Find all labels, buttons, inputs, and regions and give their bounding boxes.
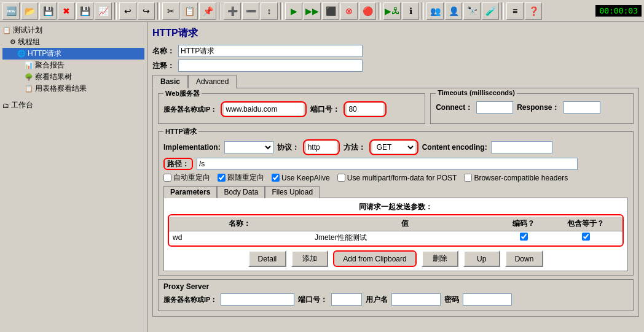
- tree-item-thread-group[interactable]: ⚙ 线程组: [2, 36, 144, 48]
- open-button[interactable]: 📂: [21, 2, 38, 20]
- cut-button[interactable]: ✂: [162, 2, 179, 20]
- param-name-input-0[interactable]: [171, 233, 308, 242]
- arrow-button[interactable]: ↕: [261, 2, 278, 20]
- list-button[interactable]: ≡: [506, 2, 524, 20]
- header-encode: 编码？: [498, 218, 549, 229]
- undo-button[interactable]: ↩: [119, 2, 136, 20]
- port-input[interactable]: [347, 103, 383, 115]
- remove-button[interactable]: ➖: [242, 2, 259, 20]
- binoculars-button[interactable]: 🔭: [463, 2, 481, 20]
- sub-tab-files-upload[interactable]: Files Upload: [265, 186, 320, 198]
- proxy-password-input[interactable]: [463, 293, 512, 306]
- sub-tab-body-data[interactable]: Body Data: [217, 186, 265, 198]
- save-button[interactable]: 💾: [39, 2, 57, 20]
- sep5: [379, 2, 381, 20]
- timeouts-row: Connect： Response：: [436, 101, 628, 114]
- detail-button[interactable]: Detail: [248, 250, 287, 267]
- delete-button[interactable]: 删除: [422, 250, 458, 267]
- tab-basic[interactable]: Basic: [152, 75, 188, 88]
- port-input-wrapper: [344, 101, 387, 117]
- multipart-label[interactable]: Use multipart/form-data for POST: [337, 174, 457, 182]
- name-input[interactable]: [178, 45, 363, 57]
- path-input[interactable]: [197, 158, 578, 170]
- tree-label-aggregate-report: 聚合报告: [35, 60, 65, 71]
- encoding-label: Content encoding:: [422, 143, 487, 152]
- redo-button[interactable]: ↪: [138, 2, 155, 20]
- protocol-wrapper: [303, 139, 340, 155]
- auto-redirect-checkbox[interactable]: [163, 174, 171, 182]
- new-button[interactable]: 🆕: [2, 2, 20, 20]
- follow-redirect-checkbox[interactable]: [218, 174, 226, 182]
- tree-item-view-results-tree[interactable]: 🌳 察看结果树: [2, 71, 144, 83]
- play-button[interactable]: ▶: [285, 2, 302, 20]
- keep-alive-label[interactable]: Use KeepAlive: [272, 174, 330, 182]
- aggregate-report-icon: 📊: [25, 61, 33, 69]
- param-name-0: [169, 233, 311, 242]
- follow-redirect-text: 跟随重定向: [227, 172, 264, 183]
- browser-headers-checkbox[interactable]: [464, 174, 472, 182]
- action-buttons: Detail 添加 Add from Clipboard 删除 Up Down: [168, 250, 624, 267]
- method-wrapper: GET POST PUT DELETE: [369, 139, 418, 155]
- sub-tab-parameters[interactable]: Parameters: [163, 186, 217, 198]
- add-clipboard-button[interactable]: Add from Clipboard: [333, 250, 416, 267]
- paste-button[interactable]: 📌: [199, 2, 216, 20]
- impl-select[interactable]: [224, 141, 273, 153]
- sep7: [501, 2, 504, 20]
- view-results-icon: 🌳: [25, 73, 33, 81]
- close-button[interactable]: ✖: [58, 2, 75, 20]
- remote-button[interactable]: ▶🖧: [383, 2, 401, 20]
- tree-item-summary-report[interactable]: 📋 用表格察看结果: [2, 83, 144, 95]
- auto-redirect-label[interactable]: 自动重定向: [163, 172, 210, 183]
- multipart-checkbox[interactable]: [337, 174, 345, 182]
- add-button[interactable]: ➕: [224, 2, 241, 20]
- param-value-input-0[interactable]: [313, 233, 496, 242]
- protocol-input[interactable]: [306, 141, 337, 153]
- tree-item-http-request[interactable]: 🌐 HTTP请求: [2, 48, 144, 60]
- play2-button[interactable]: ▶▶: [304, 2, 321, 20]
- users-button[interactable]: 👥: [426, 2, 444, 20]
- params-header-row: 名称： 值 编码？ 包含等于？: [169, 217, 622, 231]
- tree-item-test-plan[interactable]: 📋 测试计划: [2, 25, 144, 36]
- name-row: 名称：: [152, 45, 639, 57]
- copy-button[interactable]: 📋: [181, 2, 198, 20]
- info-button[interactable]: ℹ: [402, 2, 419, 20]
- comment-input[interactable]: [178, 60, 363, 72]
- tree-item-workbench[interactable]: 🗂 工作台: [2, 99, 144, 111]
- tab-advanced[interactable]: Advanced: [188, 75, 237, 88]
- proxy-port-input[interactable]: [331, 293, 362, 306]
- proxy-section: Proxy Server 服务器名称或IP： 端口号： 用户名 密码: [158, 279, 634, 311]
- server-input[interactable]: [224, 103, 304, 115]
- proxy-server-input[interactable]: [221, 293, 294, 306]
- header-name: 名称：: [169, 218, 311, 229]
- method-select[interactable]: GET POST PUT DELETE: [372, 141, 415, 153]
- flask-button[interactable]: 🧪: [482, 2, 499, 20]
- follow-redirect-label[interactable]: 跟随重定向: [218, 172, 264, 183]
- users2-button[interactable]: 👤: [445, 2, 462, 20]
- browser-headers-text: Browser-compatible headers: [474, 174, 568, 182]
- browser-headers-label[interactable]: Browser-compatible headers: [464, 174, 568, 182]
- encoding-input[interactable]: [491, 141, 552, 153]
- summary-report-icon: 📋: [25, 85, 33, 93]
- stop-button[interactable]: ⬛: [322, 2, 339, 20]
- stop3-button[interactable]: 🔴: [359, 2, 376, 20]
- stop2-button[interactable]: ⊗: [340, 2, 358, 20]
- help-button[interactable]: ❓: [525, 2, 542, 20]
- chart-button[interactable]: 📈: [95, 2, 112, 20]
- proxy-username-input[interactable]: [391, 293, 441, 306]
- param-encode-checkbox-0[interactable]: [520, 233, 528, 241]
- param-include-checkbox-0[interactable]: [582, 233, 590, 241]
- save2-button[interactable]: 💾: [76, 2, 93, 20]
- down-button[interactable]: Down: [505, 250, 544, 267]
- sep1: [114, 2, 117, 20]
- tree-item-aggregate-report[interactable]: 📊 聚合报告: [2, 60, 144, 71]
- add-param-button[interactable]: 添加: [291, 250, 328, 267]
- connect-input[interactable]: [476, 101, 513, 114]
- keep-alive-checkbox[interactable]: [272, 174, 280, 182]
- response-input[interactable]: [564, 101, 600, 114]
- timer-display: 00:00:03: [595, 5, 642, 17]
- proxy-password-label: 密码: [444, 295, 459, 305]
- up-button[interactable]: Up: [463, 250, 500, 267]
- main-tabs: Basic Advanced: [152, 74, 639, 88]
- server-input-wrapper: [221, 101, 307, 117]
- toolbar: 🆕 📂 💾 ✖ 💾 📈 ↩ ↪ ✂ 📋 📌 ➕ ➖ ↕ ▶ ▶▶ ⬛ ⊗ 🔴 ▶…: [0, 0, 644, 22]
